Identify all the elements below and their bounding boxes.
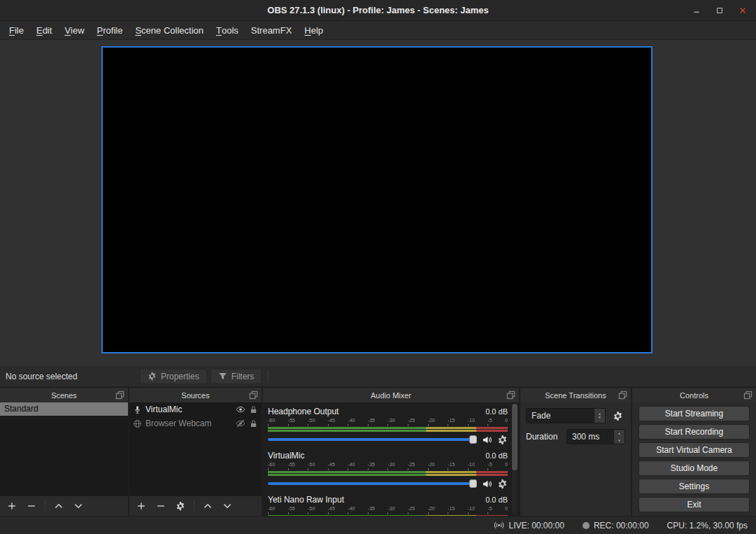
transitions-dock-title: Scene Transitions [545,391,606,400]
source-item-browser-webcam[interactable]: Browser Webcam [129,416,262,430]
speaker-icon[interactable] [482,435,492,445]
meter-tickmarks [268,512,508,514]
transition-settings-button[interactable] [610,408,625,423]
move-scene-up-button[interactable] [50,498,68,514]
live-timer: LIVE: 00:00:00 [508,521,564,531]
move-source-up-button[interactable] [199,498,217,514]
preview-canvas[interactable] [101,46,652,353]
chevron-up-icon [54,501,64,511]
globe-icon [133,419,142,428]
duration-spin-down[interactable] [614,437,625,444]
mixer-channel-yeti-nano-raw-input: Yeti Nano Raw Input 0.0 dB -60-55-50-45-… [268,494,508,516]
audio-mixer-content: Headphone Output 0.0 dB -60-55-50-45-40-… [263,402,519,516]
channel-volume-db: 0.0 dB [485,407,508,416]
eye-icon[interactable] [236,405,245,414]
properties-button[interactable]: Properties [140,369,207,384]
close-icon [739,6,747,15]
volume-meter [268,474,508,476]
sources-list[interactable]: VirtualMic Browser Webcam [129,402,262,496]
menu-profile[interactable]: Profile [91,21,129,39]
gear-icon [148,372,157,381]
source-context-bar: No source selected Properties Filters [0,366,756,387]
chevron-down-icon [73,501,83,511]
db-tick-label: -10 [468,505,475,512]
plus-icon [7,501,17,511]
minus-icon [156,501,166,511]
maximize-button[interactable] [713,4,726,17]
remove-scene-button[interactable] [22,498,41,514]
scene-item-standard[interactable]: Standard [0,402,128,416]
dock-float-icon[interactable] [618,390,628,400]
dock-float-icon[interactable] [743,390,753,400]
controls-dock-header: Controls [632,388,756,402]
volume-slider-handle[interactable] [469,479,477,488]
duration-label: Duration [526,432,562,442]
lock-icon[interactable] [249,405,258,414]
source-properties-button[interactable] [171,498,190,514]
volume-meter [268,427,508,429]
remove-source-button[interactable] [152,498,170,514]
add-scene-button[interactable] [3,498,21,514]
studio-mode-button[interactable]: Studio Mode [639,461,750,476]
start-streaming-button[interactable]: Start Streaming [639,406,750,421]
menu-streamfx[interactable]: StreamFX [245,21,299,39]
meter-scale: -60-55-50-45-40-35-30-25-20-15-10-50 [268,505,508,512]
meter-tickmarks [268,468,508,470]
filters-button[interactable]: Filters [211,369,262,384]
scenes-dock: Scenes Standard [0,388,128,516]
start-virtual-camera-button[interactable]: Start Virtual Camera [639,442,750,458]
source-item-virtualmic[interactable]: VirtualMic [129,402,262,416]
menu-bar: File Edit View Profile Scene Collection … [0,21,756,40]
controls-dock-title: Controls [680,391,708,400]
db-tick-label: -40 [348,505,355,512]
db-tick-label: -25 [408,461,415,468]
db-tick-label: -5 [487,417,492,424]
minimize-button[interactable] [690,4,703,17]
gear-icon[interactable] [497,435,508,445]
window-controls [690,0,749,20]
scenes-list[interactable]: Standard [0,402,128,496]
dock-float-icon[interactable] [506,390,516,400]
menu-view[interactable]: View [58,21,90,39]
eye-slash-icon[interactable] [236,419,245,428]
sources-dock: Sources VirtualMic Browser Webcam [129,388,262,516]
menu-help[interactable]: Help [298,21,329,39]
db-tick-label: -15 [448,461,455,468]
settings-button[interactable]: Settings [639,479,750,494]
close-button[interactable] [736,4,749,17]
move-scene-down-button[interactable] [69,498,87,514]
menu-file[interactable]: File [3,21,30,39]
start-recording-button[interactable]: Start Recording [639,424,750,440]
lock-icon[interactable] [249,419,258,428]
menu-scene-collection[interactable]: Scene Collection [129,21,210,39]
exit-button[interactable]: Exit [639,497,750,512]
dock-area: Scenes Standard Sources VirtualMic [0,387,756,516]
move-source-down-button[interactable] [218,498,236,514]
db-tick-label: -20 [428,417,435,424]
menu-edit[interactable]: Edit [30,21,58,39]
transition-select[interactable]: Fade [526,408,606,423]
mixer-scrollbar-thumb[interactable] [512,404,518,470]
speaker-icon[interactable] [482,479,492,489]
live-status: LIVE: 00:00:00 [494,520,564,531]
gear-icon[interactable] [497,479,508,489]
db-tick-label: -45 [328,417,335,424]
gear-icon [613,411,623,421]
rec-timer: REC: 00:00:00 [594,521,649,531]
add-source-button[interactable] [132,498,150,514]
chevron-up-icon [203,501,213,511]
duration-input[interactable]: 300 ms [566,429,625,444]
volume-slider[interactable] [268,479,477,489]
dock-float-icon[interactable] [248,390,259,400]
db-tick-label: -25 [408,505,415,512]
duration-spin-up[interactable] [614,430,625,437]
scenes-dock-title: Scenes [51,391,77,400]
menu-tools[interactable]: Tools [210,21,245,39]
volume-slider-handle[interactable] [469,435,477,444]
db-tick-label: -60 [268,417,275,424]
volume-slider[interactable] [268,435,477,444]
volume-meter [268,515,508,516]
title-bar: OBS 27.1.3 (linux) - Profile: James - Sc… [0,0,756,21]
mixer-scrollbar[interactable] [512,404,518,514]
dock-float-icon[interactable] [115,390,125,400]
